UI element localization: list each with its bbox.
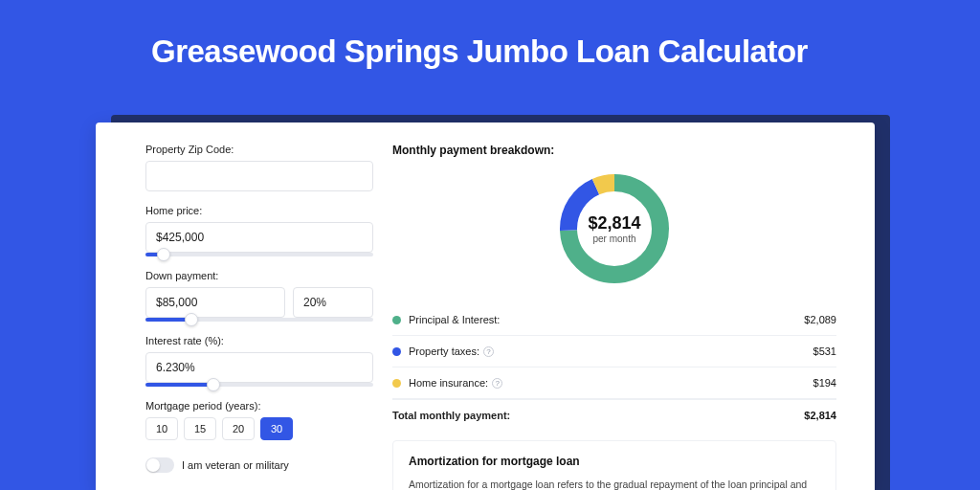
toggle-knob — [146, 458, 160, 472]
period-label: Mortgage period (years): — [145, 400, 373, 412]
inputs-panel: Property Zip Code: Home price: Down paym… — [96, 122, 383, 490]
veteran-toggle[interactable] — [145, 457, 174, 473]
legend-row-insurance: Home insurance: ? $194 — [392, 368, 836, 399]
total-value: $2,814 — [804, 410, 836, 421]
donut-amount: $2,814 — [588, 213, 640, 234]
home-price-field: Home price: — [145, 205, 373, 256]
legend-label: Home insurance: — [409, 377, 488, 389]
page-title: Greasewood Springs Jumbo Loan Calculator — [0, 0, 980, 87]
down-payment-pct-input[interactable] — [293, 287, 373, 318]
info-icon[interactable]: ? — [483, 346, 494, 357]
donut-wrap: $2,814 per month — [392, 170, 836, 287]
legend-row-principal: Principal & Interest: $2,089 — [392, 304, 836, 336]
period-segmented: 10 15 20 30 — [145, 417, 373, 440]
dot-principal — [392, 316, 401, 324]
down-payment-field: Down payment: — [145, 270, 373, 322]
legend: Principal & Interest: $2,089 Property ta… — [392, 304, 836, 434]
veteran-label: I am veteran or military — [182, 459, 289, 471]
zip-label: Property Zip Code: — [145, 144, 373, 155]
period-option-20[interactable]: 20 — [222, 417, 255, 440]
slider-thumb[interactable] — [157, 248, 170, 261]
total-label: Total monthly payment: — [392, 410, 510, 421]
interest-label: Interest rate (%): — [145, 335, 373, 346]
legend-row-total: Total monthly payment: $2,814 — [392, 399, 836, 434]
legend-value: $531 — [813, 345, 836, 357]
results-panel: Monthly payment breakdown: $2,814 per mo… — [383, 122, 875, 490]
down-payment-label: Down payment: — [145, 270, 373, 281]
legend-label: Property taxes: — [409, 345, 479, 357]
period-option-15[interactable]: 15 — [184, 417, 216, 440]
interest-slider[interactable] — [145, 383, 373, 387]
home-price-input[interactable] — [145, 222, 373, 253]
legend-label: Principal & Interest: — [409, 314, 500, 325]
donut-sub: per month — [592, 234, 635, 244]
home-price-slider[interactable] — [145, 253, 373, 256]
period-field: Mortgage period (years): 10 15 20 30 — [145, 400, 373, 440]
home-price-label: Home price: — [145, 205, 373, 216]
amortization-text: Amortization for a mortgage loan refers … — [409, 478, 820, 490]
period-option-30[interactable]: 30 — [260, 417, 293, 440]
calculator-card: Property Zip Code: Home price: Down paym… — [96, 122, 875, 490]
dot-taxes — [392, 347, 401, 356]
legend-row-taxes: Property taxes: ? $531 — [392, 336, 836, 368]
donut-center: $2,814 per month — [556, 170, 673, 287]
slider-fill — [145, 383, 213, 387]
interest-field: Interest rate (%): — [145, 335, 373, 387]
amortization-title: Amortization for mortgage loan — [409, 455, 820, 468]
zip-field: Property Zip Code: — [145, 144, 373, 191]
down-payment-slider[interactable] — [145, 318, 373, 322]
veteran-row: I am veteran or military — [145, 457, 373, 473]
slider-thumb[interactable] — [207, 378, 220, 391]
legend-value: $2,089 — [804, 314, 836, 325]
info-icon[interactable]: ? — [492, 378, 502, 389]
down-payment-amount-input[interactable] — [145, 287, 285, 318]
zip-input[interactable] — [145, 161, 373, 191]
dot-insurance — [392, 379, 401, 388]
period-option-10[interactable]: 10 — [145, 417, 178, 440]
amortization-box: Amortization for mortgage loan Amortizat… — [392, 440, 836, 490]
breakdown-title: Monthly payment breakdown: — [392, 144, 836, 157]
slider-thumb[interactable] — [185, 313, 198, 326]
legend-value: $194 — [813, 377, 836, 389]
donut-chart: $2,814 per month — [556, 170, 673, 287]
interest-input[interactable] — [145, 352, 373, 383]
